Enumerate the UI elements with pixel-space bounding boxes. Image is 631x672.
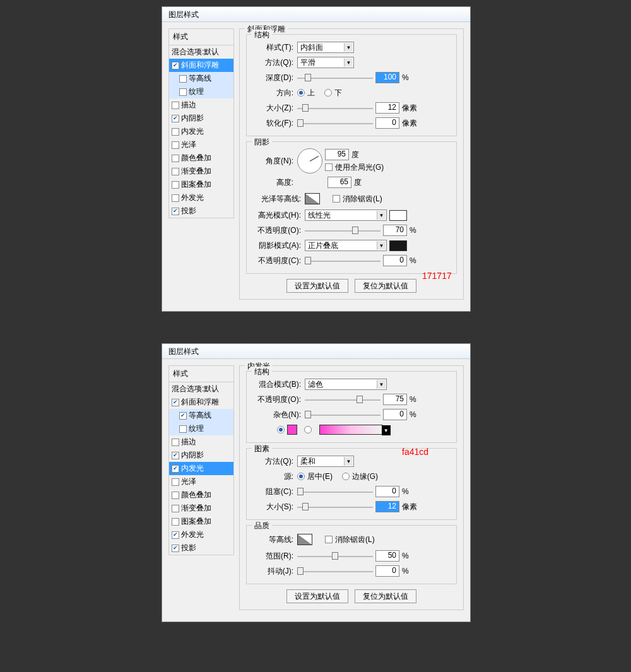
- style-item-纹理[interactable]: 纹理: [169, 85, 233, 98]
- blend-mode-select[interactable]: 滤色▼: [305, 379, 387, 390]
- jitter-input[interactable]: 0: [375, 565, 399, 577]
- shadow-mode-select[interactable]: 正片叠底▼: [305, 240, 387, 251]
- contour-swatch[interactable]: [297, 534, 312, 545]
- style-checkbox[interactable]: [172, 505, 179, 512]
- size-input[interactable]: 12: [375, 501, 399, 512]
- style-item-斜面和浮雕[interactable]: 斜面和浮雕: [169, 396, 233, 409]
- range-input[interactable]: 50: [375, 550, 399, 562]
- jitter-slider[interactable]: [297, 566, 373, 576]
- style-item-外发光[interactable]: 外发光: [169, 528, 233, 541]
- highlight-opacity-input[interactable]: 70: [383, 225, 407, 236]
- choke-slider[interactable]: [297, 486, 373, 497]
- glow-color-swatch[interactable]: [287, 425, 297, 435]
- style-checkbox[interactable]: [172, 531, 179, 539]
- dir-up-radio[interactable]: [297, 89, 305, 97]
- highlight-mode-select[interactable]: 线性光▼: [305, 209, 387, 221]
- reset-default-button[interactable]: 复位为默认值: [355, 279, 416, 293]
- style-checkbox[interactable]: [179, 75, 187, 83]
- noise-slider[interactable]: [305, 410, 380, 420]
- global-light-checkbox[interactable]: [325, 163, 333, 171]
- style-checkbox[interactable]: [172, 168, 179, 175]
- style-item-颜色叠加[interactable]: 颜色叠加: [169, 488, 233, 502]
- style-checkbox[interactable]: [172, 181, 179, 189]
- style-checkbox[interactable]: [172, 141, 179, 149]
- shadow-color-swatch[interactable]: [389, 240, 407, 251]
- highlight-opacity-slider[interactable]: [305, 225, 380, 235]
- style-item-外发光[interactable]: 外发光: [169, 191, 233, 204]
- gradient-swatch[interactable]: ▼: [319, 425, 382, 435]
- style-checkbox[interactable]: [172, 439, 179, 446]
- shadow-opacity-slider[interactable]: [305, 256, 380, 266]
- set-default-button[interactable]: 设置为默认值: [286, 279, 348, 293]
- style-checkbox[interactable]: [179, 88, 187, 96]
- angle-dial[interactable]: [297, 148, 322, 174]
- style-item-投影[interactable]: 投影: [169, 541, 233, 555]
- style-checkbox[interactable]: [172, 115, 179, 122]
- style-item-纹理[interactable]: 纹理: [169, 422, 233, 435]
- style-checkbox[interactable]: [172, 399, 179, 406]
- angle-input[interactable]: 95: [325, 149, 349, 160]
- range-slider[interactable]: [297, 551, 373, 561]
- antialias-checkbox[interactable]: [333, 195, 340, 203]
- size-slider[interactable]: [297, 103, 373, 113]
- blend-options-item[interactable]: 混合选项:默认: [169, 382, 233, 396]
- style-item-描边[interactable]: 描边: [169, 98, 233, 112]
- style-item-图案叠加[interactable]: 图案叠加: [169, 178, 233, 191]
- style-item-图案叠加[interactable]: 图案叠加: [169, 515, 233, 528]
- style-item-颜色叠加[interactable]: 颜色叠加: [169, 151, 233, 165]
- gradient-radio[interactable]: [304, 426, 312, 433]
- color-radio[interactable]: [277, 426, 285, 433]
- style-checkbox[interactable]: [172, 128, 179, 136]
- style-checkbox[interactable]: [172, 155, 179, 162]
- noise-input[interactable]: 0: [383, 409, 407, 420]
- soften-slider[interactable]: [297, 118, 373, 128]
- style-item-渐变叠加[interactable]: 渐变叠加: [169, 165, 233, 178]
- style-item-内发光[interactable]: 内发光: [169, 462, 233, 475]
- style-item-内阴影[interactable]: 内阴影: [169, 112, 233, 125]
- style-item-内阴影[interactable]: 内阴影: [169, 449, 233, 462]
- highlight-color-swatch[interactable]: [389, 210, 407, 221]
- style-checkbox[interactable]: [172, 102, 179, 109]
- style-checkbox[interactable]: [172, 545, 179, 552]
- source-center-radio[interactable]: [297, 473, 305, 480]
- style-checkbox[interactable]: [172, 492, 179, 499]
- gloss-contour-swatch[interactable]: [305, 193, 320, 204]
- source-edge-radio[interactable]: [342, 473, 350, 480]
- style-item-斜面和浮雕[interactable]: 斜面和浮雕: [169, 59, 233, 72]
- choke-input[interactable]: 0: [375, 486, 399, 497]
- depth-slider[interactable]: [297, 73, 373, 83]
- opacity-input[interactable]: 75: [383, 394, 407, 405]
- style-checkbox[interactable]: [172, 208, 179, 215]
- style-item-投影[interactable]: 投影: [169, 204, 233, 218]
- altitude-input[interactable]: 65: [327, 177, 351, 188]
- set-default-button[interactable]: 设置为默认值: [286, 589, 348, 603]
- dir-down-radio[interactable]: [324, 89, 332, 97]
- style-checkbox[interactable]: [172, 518, 179, 526]
- size-slider[interactable]: [297, 502, 373, 512]
- depth-input[interactable]: 100: [375, 72, 399, 83]
- style-item-描边[interactable]: 描边: [169, 435, 233, 449]
- blend-options-item[interactable]: 混合选项:默认: [169, 45, 233, 59]
- style-checkbox[interactable]: [172, 62, 179, 69]
- style-item-等高线[interactable]: 等高线: [169, 409, 233, 422]
- soften-input[interactable]: 0: [375, 117, 399, 129]
- style-checkbox[interactable]: [179, 425, 187, 433]
- style-select[interactable]: 内斜面▼: [297, 42, 354, 53]
- reset-default-button[interactable]: 复位为默认值: [355, 589, 416, 603]
- style-item-等高线[interactable]: 等高线: [169, 72, 233, 85]
- opacity-slider[interactable]: [305, 394, 380, 404]
- method-select[interactable]: 平滑▼: [297, 57, 354, 68]
- style-checkbox[interactable]: [172, 465, 179, 473]
- style-checkbox[interactable]: [172, 452, 179, 459]
- style-checkbox[interactable]: [179, 412, 187, 420]
- style-item-光泽[interactable]: 光泽: [169, 475, 233, 488]
- style-item-渐变叠加[interactable]: 渐变叠加: [169, 502, 233, 515]
- technique-select[interactable]: 柔和▼: [297, 456, 354, 467]
- antialias-checkbox[interactable]: [325, 536, 333, 543]
- style-checkbox[interactable]: [172, 478, 179, 486]
- shadow-opacity-input[interactable]: 0: [383, 255, 407, 266]
- style-checkbox[interactable]: [172, 194, 179, 202]
- size-input[interactable]: 12: [375, 102, 399, 114]
- style-item-光泽[interactable]: 光泽: [169, 138, 233, 151]
- style-item-内发光[interactable]: 内发光: [169, 125, 233, 138]
